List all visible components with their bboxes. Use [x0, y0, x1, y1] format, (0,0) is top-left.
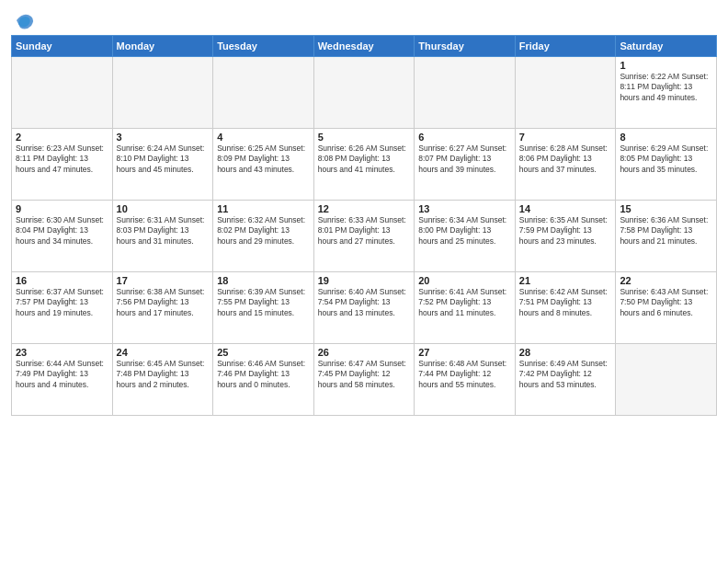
day-info: Sunrise: 6:36 AM Sunset: 7:58 PM Dayligh…	[620, 215, 712, 247]
calendar-week-4: 23Sunrise: 6:44 AM Sunset: 7:49 PM Dayli…	[12, 344, 717, 416]
day-info: Sunrise: 6:22 AM Sunset: 8:11 PM Dayligh…	[620, 72, 712, 103]
day-info: Sunrise: 6:49 AM Sunset: 7:42 PM Dayligh…	[519, 359, 612, 390]
day-header-thursday: Thursday	[415, 36, 516, 57]
day-info: Sunrise: 6:23 AM Sunset: 8:11 PM Dayligh…	[16, 144, 108, 175]
day-number: 23	[16, 347, 108, 358]
calendar-cell: 26Sunrise: 6:47 AM Sunset: 7:45 PM Dayli…	[313, 344, 415, 416]
calendar-cell	[415, 57, 516, 129]
day-number: 13	[418, 203, 511, 214]
logo	[11, 13, 35, 31]
calendar-cell	[213, 57, 314, 129]
calendar-cell: 5Sunrise: 6:26 AM Sunset: 8:08 PM Daylig…	[313, 129, 415, 201]
calendar-cell: 8Sunrise: 6:29 AM Sunset: 8:05 PM Daylig…	[616, 129, 717, 201]
calendar-week-0: 1Sunrise: 6:22 AM Sunset: 8:11 PM Daylig…	[12, 57, 717, 129]
calendar-week-2: 9Sunrise: 6:30 AM Sunset: 8:04 PM Daylig…	[12, 201, 717, 272]
day-number: 10	[117, 203, 210, 214]
day-number: 15	[620, 203, 712, 214]
day-number: 27	[418, 347, 511, 358]
day-number: 28	[519, 347, 612, 358]
calendar-cell: 12Sunrise: 6:33 AM Sunset: 8:01 PM Dayli…	[313, 201, 415, 272]
calendar-cell: 1Sunrise: 6:22 AM Sunset: 8:11 PM Daylig…	[616, 57, 717, 129]
calendar-cell: 13Sunrise: 6:34 AM Sunset: 8:00 PM Dayli…	[415, 201, 516, 272]
calendar-cell: 16Sunrise: 6:37 AM Sunset: 7:57 PM Dayli…	[12, 272, 113, 344]
day-info: Sunrise: 6:34 AM Sunset: 8:00 PM Dayligh…	[418, 215, 511, 247]
day-info: Sunrise: 6:33 AM Sunset: 8:01 PM Dayligh…	[318, 215, 411, 247]
day-info: Sunrise: 6:47 AM Sunset: 7:45 PM Dayligh…	[318, 359, 411, 390]
day-number: 3	[117, 132, 210, 143]
day-header-wednesday: Wednesday	[313, 36, 415, 57]
calendar-cell: 27Sunrise: 6:48 AM Sunset: 7:44 PM Dayli…	[415, 344, 516, 416]
day-number: 19	[318, 275, 411, 286]
day-number: 11	[217, 203, 310, 214]
calendar-cell: 14Sunrise: 6:35 AM Sunset: 7:59 PM Dayli…	[515, 201, 616, 272]
day-info: Sunrise: 6:46 AM Sunset: 7:46 PM Dayligh…	[217, 359, 310, 390]
day-header-sunday: Sunday	[12, 36, 113, 57]
day-info: Sunrise: 6:25 AM Sunset: 8:09 PM Dayligh…	[217, 144, 310, 175]
day-info: Sunrise: 6:28 AM Sunset: 8:06 PM Dayligh…	[519, 144, 612, 175]
calendar-cell: 7Sunrise: 6:28 AM Sunset: 8:06 PM Daylig…	[515, 129, 616, 201]
calendar: SundayMondayTuesdayWednesdayThursdayFrid…	[11, 35, 717, 416]
calendar-cell: 18Sunrise: 6:39 AM Sunset: 7:55 PM Dayli…	[213, 272, 314, 344]
day-info: Sunrise: 6:31 AM Sunset: 8:03 PM Dayligh…	[117, 215, 210, 247]
day-info: Sunrise: 6:30 AM Sunset: 8:04 PM Dayligh…	[16, 215, 108, 247]
day-number: 6	[418, 132, 511, 143]
calendar-cell: 17Sunrise: 6:38 AM Sunset: 7:56 PM Dayli…	[112, 272, 213, 344]
day-info: Sunrise: 6:44 AM Sunset: 7:49 PM Dayligh…	[16, 359, 108, 390]
calendar-cell: 19Sunrise: 6:40 AM Sunset: 7:54 PM Dayli…	[313, 272, 415, 344]
day-info: Sunrise: 6:48 AM Sunset: 7:44 PM Dayligh…	[418, 359, 511, 390]
calendar-header-row: SundayMondayTuesdayWednesdayThursdayFrid…	[12, 36, 717, 57]
day-info: Sunrise: 6:39 AM Sunset: 7:55 PM Dayligh…	[217, 287, 310, 318]
day-info: Sunrise: 6:45 AM Sunset: 7:48 PM Dayligh…	[117, 359, 210, 390]
calendar-cell: 3Sunrise: 6:24 AM Sunset: 8:10 PM Daylig…	[112, 129, 213, 201]
day-info: Sunrise: 6:29 AM Sunset: 8:05 PM Dayligh…	[620, 144, 712, 175]
calendar-cell: 15Sunrise: 6:36 AM Sunset: 7:58 PM Dayli…	[616, 201, 717, 272]
day-number: 24	[117, 347, 210, 358]
day-number: 1	[620, 60, 712, 71]
calendar-cell: 6Sunrise: 6:27 AM Sunset: 8:07 PM Daylig…	[415, 129, 516, 201]
calendar-cell: 2Sunrise: 6:23 AM Sunset: 8:11 PM Daylig…	[12, 129, 113, 201]
day-number: 21	[519, 275, 612, 286]
day-info: Sunrise: 6:38 AM Sunset: 7:56 PM Dayligh…	[117, 287, 210, 318]
day-info: Sunrise: 6:24 AM Sunset: 8:10 PM Dayligh…	[117, 144, 210, 175]
day-number: 18	[217, 275, 310, 286]
day-number: 4	[217, 132, 310, 143]
logo-icon	[13, 9, 35, 31]
calendar-cell: 28Sunrise: 6:49 AM Sunset: 7:42 PM Dayli…	[515, 344, 616, 416]
day-number: 12	[318, 203, 411, 214]
day-number: 14	[519, 203, 612, 214]
day-number: 7	[519, 132, 612, 143]
day-info: Sunrise: 6:37 AM Sunset: 7:57 PM Dayligh…	[16, 287, 108, 318]
day-number: 26	[318, 347, 411, 358]
day-number: 22	[620, 275, 712, 286]
day-number: 5	[318, 132, 411, 143]
calendar-cell: 9Sunrise: 6:30 AM Sunset: 8:04 PM Daylig…	[12, 201, 113, 272]
day-header-monday: Monday	[112, 36, 213, 57]
calendar-week-3: 16Sunrise: 6:37 AM Sunset: 7:57 PM Dayli…	[12, 272, 717, 344]
day-info: Sunrise: 6:26 AM Sunset: 8:08 PM Dayligh…	[318, 144, 411, 175]
calendar-cell: 11Sunrise: 6:32 AM Sunset: 8:02 PM Dayli…	[213, 201, 314, 272]
day-number: 20	[418, 275, 511, 286]
calendar-cell	[313, 57, 415, 129]
calendar-cell	[515, 57, 616, 129]
day-number: 9	[16, 203, 108, 214]
day-info: Sunrise: 6:35 AM Sunset: 7:59 PM Dayligh…	[519, 215, 612, 247]
calendar-cell	[12, 57, 113, 129]
day-header-friday: Friday	[515, 36, 616, 57]
calendar-cell: 21Sunrise: 6:42 AM Sunset: 7:51 PM Dayli…	[515, 272, 616, 344]
calendar-week-1: 2Sunrise: 6:23 AM Sunset: 8:11 PM Daylig…	[12, 129, 717, 201]
calendar-cell	[616, 344, 717, 416]
day-number: 16	[16, 275, 108, 286]
header	[11, 9, 717, 31]
day-header-saturday: Saturday	[616, 36, 717, 57]
calendar-cell: 23Sunrise: 6:44 AM Sunset: 7:49 PM Dayli…	[12, 344, 113, 416]
calendar-cell: 25Sunrise: 6:46 AM Sunset: 7:46 PM Dayli…	[213, 344, 314, 416]
day-number: 25	[217, 347, 310, 358]
calendar-cell	[112, 57, 213, 129]
calendar-cell: 4Sunrise: 6:25 AM Sunset: 8:09 PM Daylig…	[213, 129, 314, 201]
day-info: Sunrise: 6:43 AM Sunset: 7:50 PM Dayligh…	[620, 287, 712, 318]
day-header-tuesday: Tuesday	[213, 36, 314, 57]
calendar-cell: 24Sunrise: 6:45 AM Sunset: 7:48 PM Dayli…	[112, 344, 213, 416]
day-info: Sunrise: 6:42 AM Sunset: 7:51 PM Dayligh…	[519, 287, 612, 318]
day-number: 2	[16, 132, 108, 143]
day-number: 8	[620, 132, 712, 143]
